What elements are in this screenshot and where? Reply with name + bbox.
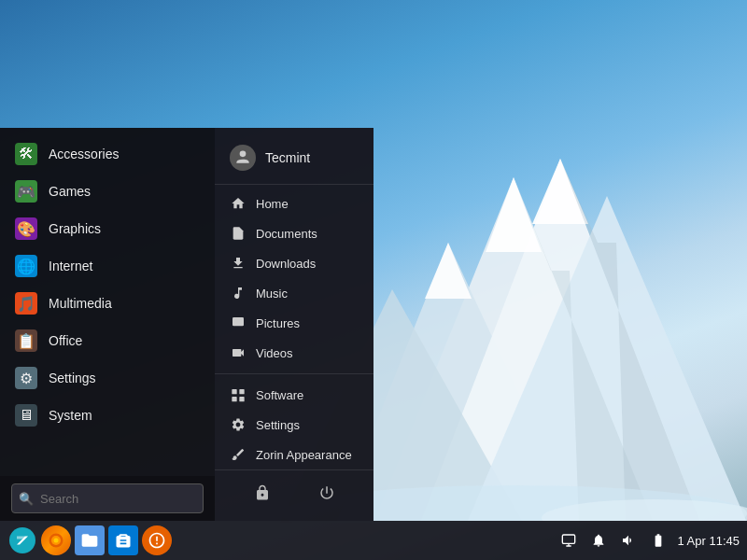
person-icon xyxy=(233,148,252,167)
taskbar-tray: 1 Apr 11:45 xyxy=(558,530,740,551)
lock-button[interactable] xyxy=(249,480,275,506)
power-indicator-button[interactable] xyxy=(648,530,669,551)
divider-1 xyxy=(215,373,374,374)
show-desktop-icon xyxy=(561,533,576,548)
volume-icon xyxy=(621,533,636,548)
datetime-display: 1 Apr 11:45 xyxy=(678,534,740,548)
user-avatar xyxy=(230,145,256,171)
application-menu: 🛠 Accessories 🎮 Games 🎨 Graphics 🌐 Inter… xyxy=(0,128,374,521)
category-graphics[interactable]: 🎨 Graphics xyxy=(0,210,215,247)
action-software-label: Software xyxy=(256,388,303,402)
pictures-icon xyxy=(230,315,247,331)
category-internet-label: Internet xyxy=(49,259,92,273)
firefox-button[interactable] xyxy=(41,525,71,555)
categories-panel: 🛠 Accessories 🎮 Games 🎨 Graphics 🌐 Inter… xyxy=(0,128,215,521)
username-label: Tecmint xyxy=(265,150,310,165)
place-documents-label: Documents xyxy=(256,227,317,241)
home-icon xyxy=(230,195,247,212)
svg-point-12 xyxy=(240,151,247,158)
internet-icon: 🌐 xyxy=(15,255,37,277)
downloads-icon xyxy=(230,255,247,272)
search-icon: 🔍 xyxy=(19,492,34,506)
place-home-label: Home xyxy=(256,197,289,211)
zorin-menu-button[interactable] xyxy=(7,525,37,555)
place-downloads[interactable]: Downloads xyxy=(215,248,374,278)
category-games-label: Games xyxy=(49,184,91,199)
action-settings[interactable]: Settings xyxy=(215,410,374,440)
place-home[interactable]: Home xyxy=(215,189,374,218)
svg-rect-17 xyxy=(239,397,244,401)
category-accessories-label: Accessories xyxy=(49,147,119,161)
category-multimedia-label: Multimedia xyxy=(49,296,112,311)
lock-icon xyxy=(254,484,271,501)
store-button[interactable] xyxy=(108,525,138,555)
svg-rect-13 xyxy=(233,317,244,326)
games-icon: 🎮 xyxy=(15,180,37,203)
store-icon xyxy=(114,531,133,550)
files-icon xyxy=(80,531,99,550)
appearance-icon xyxy=(230,446,247,463)
place-downloads-label: Downloads xyxy=(256,257,316,271)
bottom-actions xyxy=(215,469,374,513)
action-zorin-appearance-label: Zorin Appearance xyxy=(256,448,352,462)
notifications-button[interactable] xyxy=(588,530,609,551)
svg-point-22 xyxy=(54,539,59,543)
updates-icon xyxy=(148,531,166,550)
category-settings-label: Settings xyxy=(49,371,96,385)
graphics-icon: 🎨 xyxy=(15,217,37,240)
settings-category-icon: ⚙ xyxy=(15,367,37,389)
documents-icon xyxy=(230,225,247,242)
multimedia-icon: 🎵 xyxy=(15,292,37,315)
places-panel: Tecmint Home Documents Downloads Music xyxy=(215,128,374,521)
zorin-logo xyxy=(9,527,35,553)
action-zorin-appearance[interactable]: Zorin Appearance xyxy=(215,440,374,469)
notifications-icon xyxy=(591,533,606,548)
power-icon xyxy=(318,484,335,501)
search-area: 🔍 xyxy=(0,476,215,521)
svg-marker-5 xyxy=(486,177,542,252)
power-button[interactable] xyxy=(314,480,340,506)
search-input[interactable] xyxy=(11,483,204,513)
volume-button[interactable] xyxy=(618,530,639,551)
place-videos[interactable]: Videos xyxy=(215,338,374,368)
place-pictures-label: Pictures xyxy=(256,316,300,330)
category-accessories[interactable]: 🛠 Accessories xyxy=(0,135,215,173)
svg-rect-15 xyxy=(239,389,244,394)
category-settings[interactable]: ⚙ Settings xyxy=(0,359,215,397)
software-icon xyxy=(230,386,247,403)
taskbar-apps xyxy=(7,525,172,555)
place-music-label: Music xyxy=(256,287,288,301)
category-system[interactable]: 🖥 System xyxy=(0,397,215,434)
svg-marker-7 xyxy=(425,243,472,299)
zorin-logo-icon xyxy=(14,532,31,549)
battery-icon xyxy=(651,533,666,548)
svg-marker-6 xyxy=(532,159,588,224)
svg-marker-19 xyxy=(17,537,25,539)
place-music[interactable]: Music xyxy=(215,278,374,308)
videos-icon xyxy=(230,344,247,361)
system-icon: 🖥 xyxy=(15,404,37,427)
action-software[interactable]: Software xyxy=(215,380,374,410)
user-header[interactable]: Tecmint xyxy=(215,135,374,185)
taskbar: 1 Apr 11:45 xyxy=(0,521,747,560)
svg-rect-14 xyxy=(232,389,236,394)
updates-button[interactable] xyxy=(142,525,172,555)
category-multimedia[interactable]: 🎵 Multimedia xyxy=(0,285,215,322)
category-system-label: System xyxy=(49,408,92,423)
category-office[interactable]: 📋 Office xyxy=(0,322,215,359)
show-desktop-button[interactable] xyxy=(558,530,579,551)
firefox-icon xyxy=(47,531,65,550)
place-videos-label: Videos xyxy=(256,346,293,360)
category-office-label: Office xyxy=(49,333,82,348)
svg-rect-23 xyxy=(562,535,574,543)
svg-rect-16 xyxy=(232,397,236,401)
music-icon xyxy=(230,285,247,301)
category-internet[interactable]: 🌐 Internet xyxy=(0,247,215,285)
files-button[interactable] xyxy=(75,525,105,555)
place-pictures[interactable]: Pictures xyxy=(215,308,374,338)
office-icon: 📋 xyxy=(15,329,37,352)
place-documents[interactable]: Documents xyxy=(215,218,374,248)
category-games[interactable]: 🎮 Games xyxy=(0,173,215,210)
action-settings-label: Settings xyxy=(256,418,300,432)
accessories-icon: 🛠 xyxy=(15,143,37,165)
